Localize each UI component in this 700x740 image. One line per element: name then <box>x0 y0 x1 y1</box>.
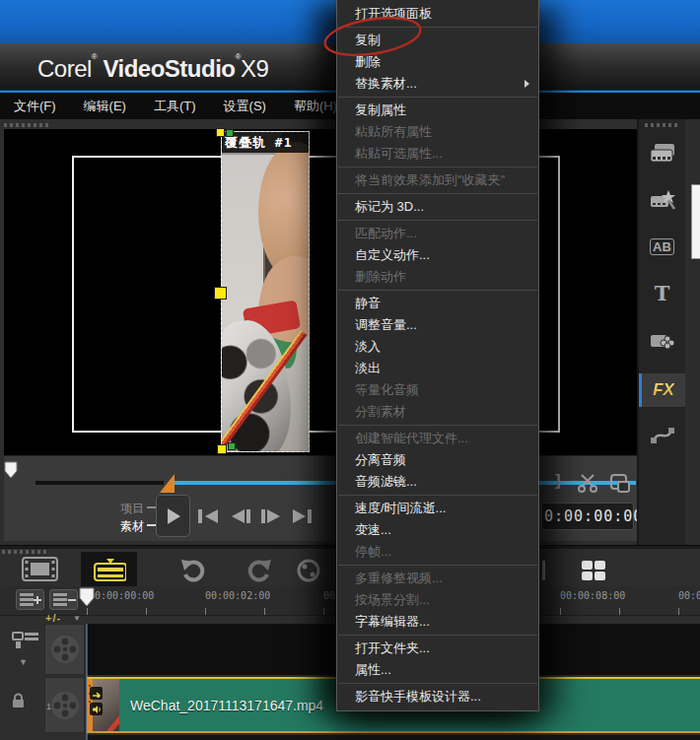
record-capture-button[interactable] <box>296 558 321 587</box>
sidebar-item-graphic[interactable] <box>639 324 685 356</box>
clip-mode-toggle[interactable]: 素材 <box>120 518 144 535</box>
ruler-playhead-pin[interactable] <box>79 587 96 608</box>
context-menu-item: 按场景分割... <box>337 589 538 611</box>
context-menu-item[interactable]: 影音快手模板设计器... <box>337 686 538 707</box>
library-thumbnail[interactable] <box>691 184 700 259</box>
track-lock-button[interactable] <box>11 693 27 712</box>
context-menu-item: 停帧... <box>337 541 538 563</box>
sidebar-item-instant-project[interactable] <box>639 184 685 216</box>
film-reel-icon <box>49 634 81 665</box>
overlay-track-label: 覆叠轨 #1 <box>222 132 309 153</box>
context-menu-item[interactable]: 自定义动作... <box>337 244 538 266</box>
next-track-lane[interactable] <box>87 735 700 740</box>
ruler-tick <box>619 608 620 615</box>
rotate-handle[interactable] <box>228 442 236 450</box>
menu-separator <box>338 167 537 168</box>
resize-handle[interactable] <box>217 444 227 454</box>
context-menu-item[interactable]: 删除 <box>337 51 538 73</box>
context-menu-item[interactable]: 音频滤镜... <box>337 471 538 493</box>
scrub-track-elapsed[interactable] <box>35 481 164 485</box>
overlay-clip-preview[interactable]: 覆叠轨 #1 <box>221 131 310 452</box>
filter-fx-glyph: FX <box>653 380 674 400</box>
undo-button[interactable] <box>179 558 209 587</box>
menu-separator <box>338 495 537 496</box>
rotate-handle[interactable] <box>226 129 234 137</box>
timeline-view-button-selected[interactable] <box>81 552 137 586</box>
redo-button[interactable] <box>244 558 273 587</box>
track-add-icon <box>17 590 43 609</box>
capture-icon <box>296 558 321 583</box>
video-track-header[interactable] <box>44 624 85 675</box>
scrub-bar[interactable] <box>4 455 637 496</box>
transition-ab-glyph: AB <box>650 238 674 255</box>
ruler-tick <box>205 608 206 615</box>
scissors-icon <box>578 473 599 493</box>
storyboard-view-button[interactable] <box>22 556 58 586</box>
menu-separator <box>338 97 537 98</box>
collapse-tracks-icon[interactable]: ▼ <box>19 657 28 667</box>
context-menu-item: 粘贴所有属性 <box>337 121 538 143</box>
context-menu-item[interactable]: 速度/时间流逝... <box>337 498 538 519</box>
context-menu-item[interactable]: 复制属性 <box>337 100 538 121</box>
app-logo: Corel® VideoStudio®X9 <box>37 52 268 83</box>
context-menu-item[interactable]: 标记为 3D... <box>337 196 538 218</box>
motion-path-icon <box>649 425 676 446</box>
context-menu-item-annotated[interactable]: 复制 <box>337 30 538 51</box>
context-menu-item[interactable]: 分离音频 <box>337 449 538 471</box>
project-mode-toggle[interactable]: 项目 <box>120 501 144 517</box>
enlarge-preview-button[interactable] <box>608 473 632 499</box>
menubar-item-3[interactable]: 设置(S) <box>210 93 280 119</box>
context-menu-item[interactable]: 淡出 <box>337 358 538 379</box>
play-button[interactable] <box>156 495 190 537</box>
logo-version: X9 <box>241 55 268 82</box>
trim-handle-orange[interactable] <box>160 474 175 493</box>
timeline-playhead-line[interactable] <box>86 624 88 740</box>
mark-out-button[interactable]: ] <box>555 471 561 491</box>
menubar-item-0[interactable]: 文件(F) <box>0 93 70 119</box>
undo-icon <box>179 558 209 583</box>
media-icon <box>649 142 676 164</box>
sidebar-item-filter-selected[interactable]: FX <box>639 373 685 407</box>
split-clip-button[interactable] <box>578 473 599 497</box>
context-menu-item[interactable]: 替换素材... <box>337 73 538 95</box>
lock-icon <box>11 693 27 708</box>
context-menu-item[interactable]: 调整音量... <box>337 314 538 336</box>
context-menu-item[interactable]: 打开文件夹... <box>337 638 538 659</box>
context-menu-item[interactable]: 变速... <box>337 519 538 541</box>
preview-video-area <box>4 129 637 455</box>
sidebar-item-title[interactable]: T <box>639 277 685 308</box>
clip-context-menu: 打开选项面板复制删除替换素材...复制属性粘贴所有属性粘贴可选属性...将当前效… <box>336 0 539 711</box>
resize-handle[interactable] <box>216 128 225 137</box>
context-menu-item[interactable]: 字幕编辑器... <box>337 611 538 633</box>
end-icon <box>290 508 314 524</box>
menu-separator <box>338 27 537 28</box>
menubar-item-2[interactable]: 工具(T) <box>140 93 210 119</box>
add-track-button[interactable] <box>16 589 44 610</box>
timecode-display[interactable]: 0:00:00:00 <box>541 503 634 530</box>
go-to-start-button[interactable] <box>194 505 221 527</box>
remove-track-button[interactable] <box>49 589 78 610</box>
track-zoom-controls[interactable]: +/- <box>45 612 61 624</box>
menubar-item-1[interactable]: 编辑(E) <box>70 93 140 119</box>
track-zoom-dropdown-icon[interactable]: ▼ <box>73 614 81 623</box>
context-menu-item: 删除动作 <box>337 266 538 288</box>
timecode-value: 0:00:00:00 <box>542 507 643 525</box>
context-menu-item[interactable]: 打开选项面板 <box>337 3 538 25</box>
sidebar-item-media[interactable] <box>639 137 685 168</box>
context-menu-item[interactable]: 静音 <box>337 293 538 314</box>
next-frame-button[interactable] <box>257 505 284 527</box>
ripple-edit-button[interactable] <box>12 631 39 654</box>
sidebar-item-motion-path[interactable] <box>639 420 685 451</box>
resize-handle[interactable] <box>214 287 227 300</box>
context-menu-item[interactable]: 属性... <box>337 659 538 681</box>
panel-grip[interactable] <box>4 123 49 127</box>
scrub-playhead-pin[interactable] <box>4 461 19 480</box>
context-menu-item[interactable]: 淡入 <box>337 336 538 358</box>
sidebar-item-transition[interactable]: AB <box>639 231 685 262</box>
context-menu-item: 等量化音频 <box>337 379 538 401</box>
panel-grip[interactable] <box>2 550 47 554</box>
grid-view-button[interactable] <box>580 559 607 586</box>
previous-frame-button[interactable] <box>227 505 253 527</box>
panel-grip[interactable] <box>645 123 680 127</box>
go-to-end-button[interactable] <box>288 505 315 527</box>
